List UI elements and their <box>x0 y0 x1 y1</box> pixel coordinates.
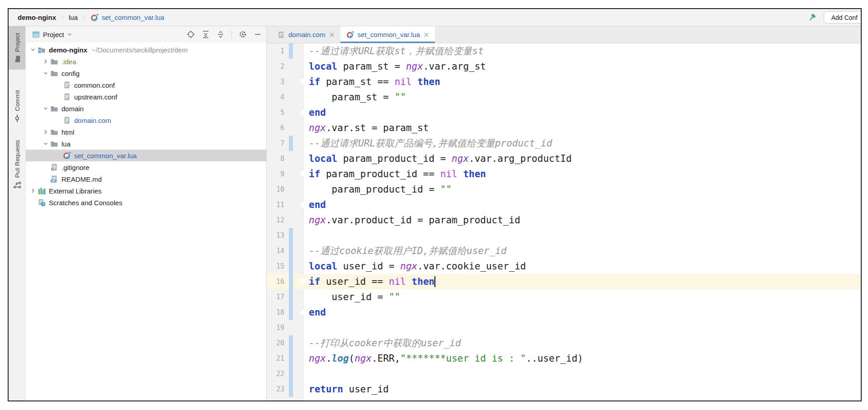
code-token: --通过请求URL获取产品编号,并赋值给变量product_id <box>309 138 552 149</box>
project-panel-title[interactable]: Project <box>43 31 64 38</box>
tree-row[interactable]: common.conf <box>26 79 266 91</box>
breadcrumb-item[interactable]: set_common_var.lua <box>90 14 164 22</box>
chevron-right-icon[interactable] <box>41 59 50 64</box>
code-line-text[interactable]: if param_st == nil then <box>303 74 861 90</box>
code-editor[interactable]: 1--通过请求URL获取st，并赋值给变量st2local param_st =… <box>267 43 861 401</box>
tree-row[interactable]: domain.com <box>26 114 266 126</box>
file-markdown-icon: MD <box>50 175 58 183</box>
chevron-down-icon[interactable] <box>41 71 50 76</box>
code-line-text[interactable]: ngx.var.st = param_st <box>303 120 861 136</box>
code-line: 21ngx.log(ngx.ERR,"*******user id is : "… <box>267 351 861 366</box>
breadcrumb-item[interactable]: lua <box>69 14 78 21</box>
code-line: 10 param_product_id = "" <box>267 182 861 197</box>
tree-item-label: Scratches and Consoles <box>49 199 123 207</box>
tree-row[interactable]: .idea <box>26 56 266 67</box>
expand-all-icon[interactable] <box>202 30 210 38</box>
vcs-change-marker <box>289 259 293 274</box>
code-line-text[interactable]: ngx.var.product_id = param_product_id <box>303 212 861 228</box>
fold-gutter <box>293 228 303 243</box>
text-caret <box>434 276 435 287</box>
settings-icon[interactable] <box>239 30 247 38</box>
chevron-down-icon[interactable] <box>28 47 38 52</box>
chevron-down-icon[interactable] <box>67 32 72 37</box>
code-token: local <box>309 153 337 164</box>
breadcrumb-label: set_common_var.lua <box>102 14 164 21</box>
code-line-text[interactable]: param_product_id = "" <box>303 182 861 197</box>
tree-row[interactable]: set_common_var.lua <box>26 150 266 161</box>
tool-stripe-tab-pull-requests[interactable]: Pull Requests <box>9 133 25 196</box>
chevron-right-icon[interactable] <box>28 188 38 193</box>
vcs-change-marker <box>289 366 293 382</box>
code-line-text[interactable]: local param_product_id = ngx.var.arg_pro… <box>303 151 861 166</box>
code-line: 12ngx.var.product_id = param_product_id <box>267 212 861 228</box>
close-icon[interactable] <box>424 32 429 38</box>
vcs-change-marker <box>289 243 293 259</box>
code-line-text[interactable]: local param_st = ngx.var.arg_st <box>303 59 861 74</box>
tree-row[interactable]: domain <box>26 103 266 114</box>
add-configuration-button[interactable]: Add Conf <box>824 11 862 24</box>
code-line-text[interactable] <box>303 320 861 335</box>
close-icon[interactable] <box>329 32 335 38</box>
tree-row[interactable]: MDREADME.md <box>26 173 266 185</box>
hammer-icon[interactable] <box>808 13 816 22</box>
code-line-text[interactable]: --通过请求URL获取产品编号,并赋值给变量product_id <box>303 136 861 151</box>
code-line-text[interactable] <box>303 366 861 382</box>
tree-item-label: .gitignore <box>61 164 90 171</box>
line-number: 18 <box>267 305 289 320</box>
editor-tab[interactable]: set_common_var.lua <box>340 26 435 43</box>
folder-icon <box>50 69 58 77</box>
tree-item-label: README.md <box>61 175 102 183</box>
fold-gutter <box>293 74 303 90</box>
code-line-text[interactable]: local user_id = ngx.var.cookie_user_id <box>303 259 861 274</box>
code-line-text[interactable]: end <box>303 105 861 120</box>
line-number: 22 <box>267 366 289 382</box>
code-line-text[interactable]: --打印从cooker中获取的user_id <box>303 335 861 351</box>
tree-item-label: common.conf <box>74 81 115 89</box>
locate-icon[interactable] <box>187 30 195 38</box>
code-line-text[interactable] <box>303 228 861 243</box>
code-line-text[interactable]: if user_id == nil then <box>303 274 861 289</box>
tool-stripe-tab-commit[interactable]: Commit <box>9 87 25 126</box>
code-line-text[interactable]: ngx.log(ngx.ERR,"*******user id is : "..… <box>303 351 861 366</box>
breadcrumb-item[interactable]: demo-nginx <box>18 14 56 21</box>
code-line-text[interactable]: end <box>303 197 861 212</box>
tree-row[interactable]: config <box>26 67 266 79</box>
code-token: .var.arg_st <box>423 61 486 72</box>
tree-row[interactable]: Scratches and Consoles <box>26 197 266 208</box>
code-line-text[interactable]: return user_id <box>303 382 861 397</box>
chevron-down-icon[interactable] <box>41 106 50 111</box>
fold-gutter <box>293 90 303 105</box>
chevron-right-icon[interactable] <box>41 129 50 135</box>
code-line-text[interactable]: --通过cookie获取用户ID,并赋值给user_id <box>303 243 861 259</box>
collapse-all-icon[interactable] <box>217 30 225 38</box>
code-line-text[interactable]: user_id = "" <box>303 289 861 305</box>
editor-tab[interactable]: domain.com <box>271 26 340 43</box>
tree-row[interactable]: html <box>26 126 266 138</box>
tree-row[interactable]: .gitignore <box>26 161 266 173</box>
tree-item-label: set_common_var.lua <box>74 152 137 160</box>
tree-item-label: demo-nginx <box>49 46 87 54</box>
vcs-change-marker <box>289 182 293 197</box>
tree-row[interactable]: lua <box>26 138 266 150</box>
vcs-change-marker <box>289 228 293 243</box>
chevron-down-icon[interactable] <box>41 141 50 146</box>
vcs-change-marker <box>289 351 293 366</box>
code-line-text[interactable]: if param_product_id == nil then <box>303 166 861 182</box>
line-number: 13 <box>267 228 289 243</box>
code-line-text[interactable]: end <box>303 305 861 320</box>
navbar-right: Add Conf <box>808 11 861 24</box>
tree-row[interactable]: upstream.conf <box>26 91 266 103</box>
vcs-change-marker <box>289 166 293 182</box>
hide-icon[interactable] <box>254 30 262 38</box>
tree-row[interactable]: External Libraries <box>26 185 266 197</box>
code-line-text[interactable]: --通过请求URL获取st，并赋值给变量st <box>303 43 861 59</box>
fold-gutter <box>293 43 303 59</box>
code-line: 14--通过cookie获取用户ID,并赋值给user_id <box>267 243 861 259</box>
code-token: ngx <box>452 153 469 164</box>
tree-row[interactable]: demo-nginx~/Documents/seckillproject/dem <box>26 44 266 56</box>
code-token: then <box>417 76 440 87</box>
code-line-text[interactable]: param_st = "" <box>303 90 861 105</box>
file-icon <box>63 81 71 89</box>
code-token: user_id <box>343 384 389 395</box>
tool-stripe-tab-project[interactable]: Project <box>9 26 25 70</box>
